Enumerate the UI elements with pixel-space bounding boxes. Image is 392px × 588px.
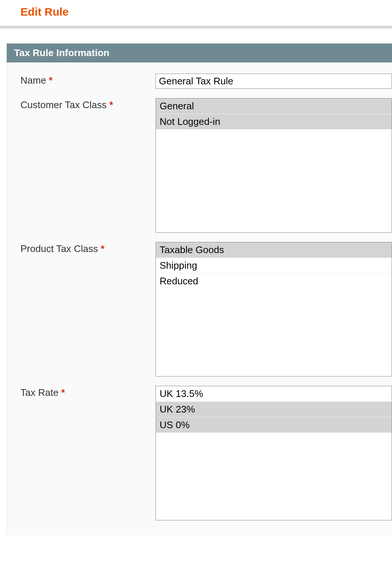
multiselect-option[interactable]: UK 23% xyxy=(156,402,392,417)
multiselect-option[interactable]: Shipping xyxy=(156,258,392,274)
customer-tax-class-label: Customer Tax Class xyxy=(20,99,107,110)
required-indicator: * xyxy=(49,75,53,86)
multiselect-option[interactable]: General xyxy=(156,98,392,114)
tax-rate-control: UK 13.5%UK 23%US 0% xyxy=(156,386,392,520)
multiselect-option[interactable]: Reduced xyxy=(156,274,392,289)
divider xyxy=(0,26,392,29)
multiselect-option[interactable]: US 0% xyxy=(156,417,392,433)
customer-tax-class-label-wrap: Customer Tax Class * xyxy=(7,98,156,111)
form-row-customer-tax-class: Customer Tax Class * GeneralNot Logged-i… xyxy=(7,98,392,242)
section-header: Tax Rule Information xyxy=(7,43,392,62)
multiselect-option[interactable]: Not Logged-in xyxy=(156,114,392,129)
name-field[interactable] xyxy=(156,74,392,89)
tax-rate-multiselect[interactable]: UK 13.5%UK 23%US 0% xyxy=(156,386,392,520)
form-row-tax-rate: Tax Rate * UK 13.5%UK 23%US 0% xyxy=(7,386,392,520)
form-row-name: Name * xyxy=(7,74,392,98)
name-label-wrap: Name * xyxy=(7,74,156,86)
customer-tax-class-multiselect[interactable]: GeneralNot Logged-in xyxy=(156,98,392,233)
page-header: Edit Rule xyxy=(0,0,392,26)
product-tax-class-control: Taxable GoodsShippingReduced xyxy=(156,242,392,377)
section-body: Name * Customer Tax Class * GeneralNot L… xyxy=(7,62,392,535)
customer-tax-class-control: GeneralNot Logged-in xyxy=(156,98,392,233)
tax-rate-label: Tax Rate xyxy=(20,387,59,398)
tax-rule-section: Tax Rule Information Name * Customer Tax… xyxy=(0,43,392,535)
name-control xyxy=(156,74,392,89)
form-row-product-tax-class: Product Tax Class * Taxable GoodsShippin… xyxy=(7,242,392,386)
product-tax-class-label: Product Tax Class xyxy=(20,243,98,254)
multiselect-option[interactable]: Taxable Goods xyxy=(156,242,392,258)
required-indicator: * xyxy=(109,99,113,110)
multiselect-option[interactable]: UK 13.5% xyxy=(156,386,392,402)
product-tax-class-label-wrap: Product Tax Class * xyxy=(7,242,156,255)
tax-rate-label-wrap: Tax Rate * xyxy=(7,386,156,398)
required-indicator: * xyxy=(61,387,65,398)
page-title: Edit Rule xyxy=(20,6,392,18)
product-tax-class-multiselect[interactable]: Taxable GoodsShippingReduced xyxy=(156,242,392,377)
required-indicator: * xyxy=(101,243,104,254)
name-label: Name xyxy=(20,75,46,86)
